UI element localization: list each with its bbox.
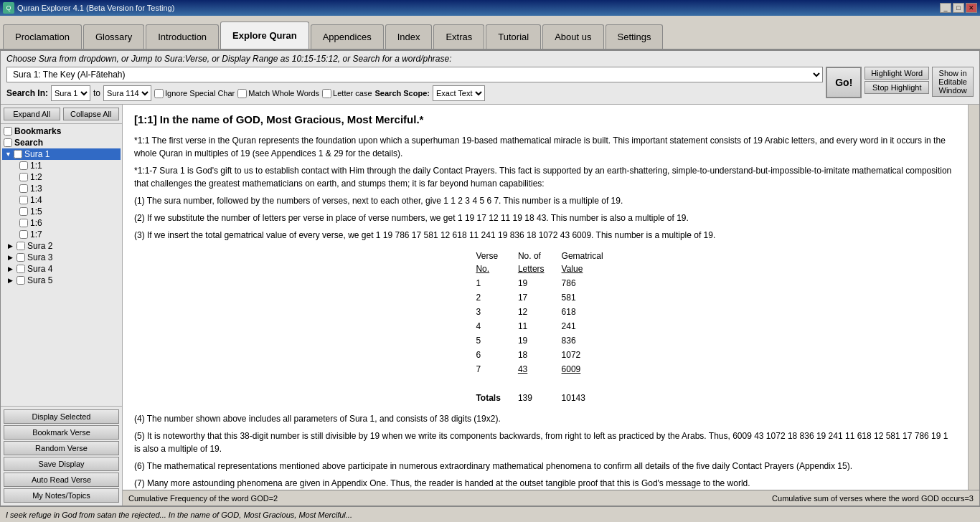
sura-dropdown[interactable]: Sura 1: The Key (Al-Fātehah) — [6, 67, 823, 82]
tree-item-sura1[interactable]: ▼ Sura 1 — [2, 148, 121, 160]
sura2-toggle[interactable]: ▶ — [8, 242, 15, 250]
sura1-toggle[interactable]: ▼ — [5, 151, 12, 158]
letters-7: 43 — [515, 362, 559, 376]
maximize-button[interactable]: □ — [953, 3, 964, 13]
letters-6: 18 — [515, 348, 559, 362]
table-row: 4 11 241 — [473, 319, 617, 333]
toolbar: Choose Sura from dropdown, or Jump to Su… — [1, 51, 979, 105]
tab-extras[interactable]: Extras — [433, 24, 484, 49]
sura4-toggle[interactable]: ▶ — [8, 265, 15, 272]
tab-index[interactable]: Index — [385, 24, 433, 49]
text-block-4: (2) If we substitute the number of lette… — [134, 212, 956, 224]
letter-case-label[interactable]: Letter case — [322, 89, 372, 98]
window-title: Quran Explorer 4.1 (Beta Version for Tes… — [17, 4, 174, 12]
table-row: 2 17 581 — [473, 290, 617, 305]
verse-num-5: 5 — [473, 333, 514, 348]
tree-item-sura2[interactable]: ▶ Sura 2 — [2, 240, 121, 252]
tree-item-bookmarks[interactable]: Bookmarks — [2, 125, 121, 137]
ignore-special-char-checkbox[interactable] — [154, 89, 164, 98]
sura3-toggle[interactable]: ▶ — [8, 254, 15, 261]
letters-5: 19 — [515, 333, 559, 348]
verse-1-2-checkbox[interactable] — [19, 173, 28, 181]
tree-item-sura5[interactable]: ▶ Sura 5 — [2, 275, 121, 286]
tab-introduction[interactable]: Introduction — [146, 24, 219, 49]
expand-collapse-row: Expand All Collapse All — [1, 105, 122, 124]
tree-item-verse-1-2[interactable]: 1:2 — [2, 171, 121, 183]
totals-letters: 139 — [515, 391, 559, 405]
text-block-9: (7) Many more astounding phenomena are g… — [134, 477, 956, 490]
stop-highlight-button[interactable]: Stop Highlight — [864, 81, 929, 94]
display-selected-button[interactable]: Display Selected — [4, 409, 119, 424]
collapse-all-button[interactable]: Collapse All — [63, 108, 120, 120]
tab-tutorial[interactable]: Tutorial — [486, 24, 541, 49]
app-icon: Q — [3, 2, 14, 14]
totals-gematrical: 10143 — [559, 391, 618, 405]
tree-item-verse-1-7[interactable]: 1:7 — [2, 229, 121, 240]
title-bar: Q Quran Explorer 4.1 (Beta Version for T… — [0, 0, 980, 16]
text-block-6: (4) The number shown above includes all … — [134, 412, 956, 425]
bottom-bar: I seek refuge in God from satan the reje… — [0, 506, 980, 522]
tree-item-verse-1-5[interactable]: 1:5 — [2, 206, 121, 217]
search-in-label: Search In: — [6, 88, 48, 98]
expand-all-button[interactable]: Expand All — [4, 108, 60, 120]
verse-1-5-checkbox[interactable] — [19, 207, 28, 216]
verse-1-6-checkbox[interactable] — [19, 219, 28, 227]
my-notes-topics-button[interactable]: My Notes/Topics — [4, 488, 119, 503]
bookmark-verse-button[interactable]: Bookmark Verse — [4, 425, 119, 440]
tab-glossary[interactable]: Glossary — [83, 24, 144, 49]
verse-num-1: 1 — [473, 276, 514, 290]
sura5-toggle[interactable]: ▶ — [8, 277, 15, 284]
minimize-button[interactable]: _ — [940, 3, 951, 13]
tab-appendices[interactable]: Appendices — [311, 24, 384, 49]
data-table-container: VerseNo. No. ofLetters GematricalValue 1… — [134, 249, 956, 405]
sura5-checkbox[interactable] — [17, 276, 25, 285]
highlight-panel: Highlight Word Stop Highlight — [864, 67, 929, 101]
search-checkbox[interactable] — [4, 138, 12, 147]
scrollbar[interactable] — [968, 105, 979, 490]
verse-num-2: 2 — [473, 290, 514, 305]
verse-1-4-checkbox[interactable] — [19, 196, 28, 204]
table-row: 5 19 836 — [473, 333, 617, 348]
highlight-word-button[interactable]: Highlight Word — [864, 67, 929, 80]
tab-explore-quran[interactable]: Explore Quran — [220, 22, 309, 49]
verse-1-1-checkbox[interactable] — [19, 161, 28, 170]
close-button[interactable]: ✕ — [966, 3, 977, 13]
ignore-special-char-label[interactable]: Ignore Special Char — [154, 89, 235, 98]
tree-item-verse-1-4[interactable]: 1:4 — [2, 194, 121, 206]
main-area: Choose Sura from dropdown, or Jump to Su… — [0, 50, 980, 506]
match-whole-words-label[interactable]: Match Whole Words — [237, 89, 319, 98]
verse-num-6: 6 — [473, 348, 514, 362]
verse-1-3-checkbox[interactable] — [19, 184, 28, 193]
gematrical-7: 6009 — [559, 362, 618, 376]
match-whole-words-checkbox[interactable] — [237, 89, 247, 98]
search-to-select[interactable]: Sura 114 — [103, 85, 151, 101]
status-bar: Cumulative Frequency of the word GOD=2 C… — [123, 490, 979, 506]
tab-about[interactable]: About us — [542, 24, 603, 49]
tree-item-verse-1-1[interactable]: 1:1 — [2, 160, 121, 171]
search-from-select[interactable]: Sura 1 — [51, 85, 90, 101]
tree-item-verse-1-3[interactable]: 1:3 — [2, 183, 121, 194]
content-wrapper: Expand All Collapse All Bookmarks Search… — [1, 105, 979, 506]
verse-1-7-checkbox[interactable] — [19, 230, 28, 239]
tree-item-sura4[interactable]: ▶ Sura 4 — [2, 263, 121, 275]
sura3-checkbox[interactable] — [17, 253, 25, 262]
bookmarks-checkbox[interactable] — [4, 127, 12, 136]
col-no-letters: No. ofLetters — [515, 249, 559, 276]
sura1-checkbox[interactable] — [14, 150, 22, 158]
tree-item-search[interactable]: Search — [2, 137, 121, 148]
random-verse-button[interactable]: Random Verse — [4, 441, 119, 455]
reading-area: [1:1] In the name of GOD, Most Gracious,… — [123, 105, 979, 506]
save-display-button[interactable]: Save Display — [4, 457, 119, 471]
auto-read-verse-button[interactable]: Auto Read Verse — [4, 473, 119, 487]
letter-case-checkbox[interactable] — [322, 89, 331, 98]
show-editable-window-button[interactable]: Show in Editable Window — [932, 67, 974, 97]
table-row — [473, 376, 617, 391]
tab-proclamation[interactable]: Proclamation — [3, 24, 82, 49]
tree-item-sura3[interactable]: ▶ Sura 3 — [2, 252, 121, 263]
sura2-checkbox[interactable] — [17, 242, 25, 250]
sura4-checkbox[interactable] — [17, 265, 25, 273]
search-scope-select[interactable]: Exact Text — [433, 85, 485, 101]
tree-item-verse-1-6[interactable]: 1:6 — [2, 217, 121, 229]
tab-settings[interactable]: Settings — [606, 24, 664, 49]
go-button[interactable]: Go! — [826, 67, 862, 98]
